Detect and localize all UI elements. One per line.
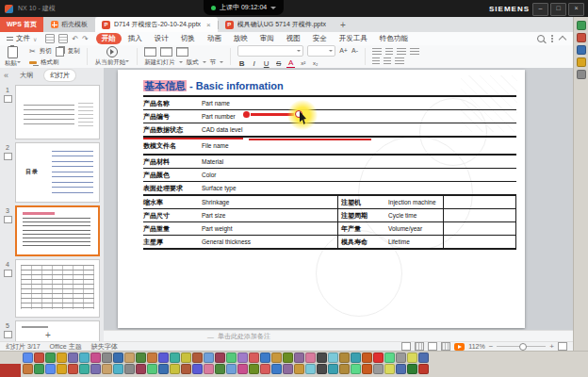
- grow-font-button[interactable]: A+: [339, 47, 348, 54]
- format-button-3[interactable]: U: [262, 59, 270, 68]
- nx-tool-icon-2-6[interactable]: [79, 364, 90, 374]
- nx-tool-icon-1-20[interactable]: [237, 352, 248, 363]
- nx-tool-icon-2-3[interactable]: [45, 364, 56, 374]
- ribbon-tab-3[interactable]: 设计: [149, 33, 174, 44]
- nx-tool-icon-2-25[interactable]: [294, 364, 304, 374]
- nx-tool-icon-1-34[interactable]: [396, 352, 406, 363]
- nx-tool-icon-1-13[interactable]: [158, 352, 169, 363]
- nx-tool-icon-2-2[interactable]: [34, 364, 44, 374]
- nx-side-icon-3[interactable]: [577, 45, 586, 55]
- nx-tool-icon-2-34[interactable]: [396, 364, 406, 374]
- nx-tool-icon-1-9[interactable]: [113, 352, 123, 363]
- tab-slides[interactable]: 幻灯片: [44, 70, 75, 81]
- document-tab-2[interactable]: P模具确认UG 5714 开模件.pptx: [219, 17, 333, 32]
- redo-icon[interactable]: ↷: [82, 35, 89, 43]
- print-icon[interactable]: [58, 34, 68, 43]
- align-left-icon[interactable]: [372, 48, 382, 56]
- nx-tool-icon-1-3[interactable]: [45, 352, 56, 363]
- add-slide-button[interactable]: +: [41, 331, 55, 340]
- nx-tool-icon-2-15[interactable]: [181, 364, 191, 374]
- format-painter-icon[interactable]: [29, 61, 37, 64]
- nx-tool-icon-2-36[interactable]: [418, 364, 429, 374]
- missing-font-warning[interactable]: 缺失字体: [91, 342, 118, 352]
- nx-tool-icon-2-7[interactable]: [90, 364, 101, 374]
- format-button-5[interactable]: A: [286, 58, 295, 69]
- nx-tool-icon-1-10[interactable]: [124, 352, 135, 363]
- table-row-9[interactable]: 产品尺寸Part size注塑周期Cycle time: [143, 209, 516, 222]
- nx-tool-icon-2-21[interactable]: [249, 364, 259, 374]
- align-center-icon[interactable]: [385, 48, 393, 56]
- table-row-11[interactable]: 主壁厚General thickness模具寿命Lifetime: [143, 236, 516, 250]
- tab-outline[interactable]: 大纲: [14, 70, 39, 81]
- nx-tool-icon-1-30[interactable]: [351, 352, 361, 363]
- format-button-6[interactable]: x²: [299, 60, 307, 66]
- nx-side-icon-5[interactable]: [577, 70, 586, 79]
- table-row-8[interactable]: 缩水率Shrinkage注塑机Injection machine: [143, 196, 516, 209]
- notes-view-icon[interactable]: [441, 342, 450, 351]
- table-row-1[interactable]: 产品名称Part name: [143, 97, 516, 110]
- nx-tool-icon-2-24[interactable]: [283, 364, 293, 374]
- copy-icon[interactable]: [56, 47, 64, 57]
- nx-tool-icon-2-32[interactable]: [373, 364, 384, 374]
- layout-label[interactable]: 版式: [187, 58, 199, 67]
- new-slide-icon[interactable]: [144, 47, 156, 57]
- line-spacing-icon[interactable]: [395, 57, 404, 65]
- play-from-current-button[interactable]: 从当前开始: [90, 45, 135, 68]
- nx-tool-icon-1-26[interactable]: [305, 352, 316, 363]
- slide-thumbnail-1[interactable]: [15, 85, 100, 139]
- ribbon-tab-7[interactable]: 审阅: [254, 33, 280, 44]
- zoom-slider[interactable]: [497, 346, 546, 347]
- ribbon-tab-8[interactable]: 视图: [281, 33, 306, 44]
- nx-tool-icon-1-11[interactable]: [136, 352, 146, 363]
- cut-icon[interactable]: ✂: [29, 47, 36, 56]
- format-button-1[interactable]: B: [237, 59, 246, 68]
- nx-tool-icon-2-9[interactable]: [113, 364, 123, 374]
- slide-thumbnail-2[interactable]: 目录: [15, 142, 100, 203]
- slide-thumbnail-3[interactable]: [15, 205, 100, 256]
- zoom-slider-knob[interactable]: [519, 343, 527, 351]
- table-row-10[interactable]: 产品重量Part weight年产量Volume/year: [143, 222, 516, 236]
- new-slide-label[interactable]: 新建幻灯片: [144, 58, 175, 67]
- zoom-in-button[interactable]: +: [549, 342, 554, 351]
- ribbon-tab-5[interactable]: 动画: [202, 33, 227, 44]
- nx-tool-icon-2-28[interactable]: [328, 364, 338, 374]
- nx-side-icon-4[interactable]: [577, 57, 586, 67]
- nx-tool-icon-2-35[interactable]: [407, 364, 417, 374]
- nx-tool-icon-2-26[interactable]: [305, 364, 316, 374]
- ribbon-tab-11[interactable]: 特色功能: [374, 33, 414, 44]
- nx-tool-icon-2-17[interactable]: [204, 364, 214, 374]
- normal-view-icon[interactable]: [401, 342, 411, 351]
- nx-tool-icon-1-33[interactable]: [384, 352, 395, 363]
- nx-tool-icon-1-4[interactable]: [57, 352, 67, 363]
- format-button-2[interactable]: I: [250, 59, 258, 68]
- nx-tool-icon-1-27[interactable]: [317, 352, 327, 363]
- ribbon-tab-2[interactable]: 插入: [122, 33, 148, 44]
- nx-tool-icon-1-5[interactable]: [68, 352, 78, 363]
- nx-tool-icon-2-31[interactable]: [362, 364, 372, 374]
- nx-tool-icon-1-21[interactable]: [249, 352, 259, 363]
- nx-tool-icon-2-10[interactable]: [124, 364, 135, 374]
- nx-tool-icon-2-12[interactable]: [147, 364, 157, 374]
- save-icon[interactable]: [45, 34, 55, 43]
- nx-side-icon-2[interactable]: [577, 33, 586, 42]
- nx-tool-icon-2-16[interactable]: [192, 364, 203, 374]
- section-icon[interactable]: [176, 47, 188, 57]
- nx-tool-icon-1-31[interactable]: [362, 352, 372, 363]
- zoom-percent[interactable]: 112%: [468, 343, 484, 350]
- nx-tool-icon-1-18[interactable]: [215, 352, 225, 363]
- nx-tool-icon-2-18[interactable]: [215, 364, 225, 374]
- format-button-7[interactable]: x₂: [311, 60, 319, 66]
- docer-templates-tab[interactable]: 稻壳模板: [43, 17, 95, 32]
- ribbon-tab-10[interactable]: 开发工具: [334, 33, 373, 44]
- collapse-panel-icon[interactable]: «: [4, 71, 8, 80]
- file-menu-button[interactable]: 文件 ∨: [0, 34, 43, 43]
- nx-tool-icon-2-20[interactable]: [237, 364, 248, 374]
- nx-tool-icon-2-1[interactable]: [23, 364, 33, 374]
- wps-home-button[interactable]: WPS 首页: [0, 17, 43, 32]
- nx-tool-icon-2-30[interactable]: [351, 364, 361, 374]
- slideshow-play-button[interactable]: [454, 343, 465, 351]
- font-size-select[interactable]: [307, 45, 335, 57]
- nx-tool-icon-1-8[interactable]: [102, 352, 112, 363]
- nx-tool-icon-2-33[interactable]: [384, 364, 395, 374]
- nx-tool-icon-2-19[interactable]: [226, 364, 237, 374]
